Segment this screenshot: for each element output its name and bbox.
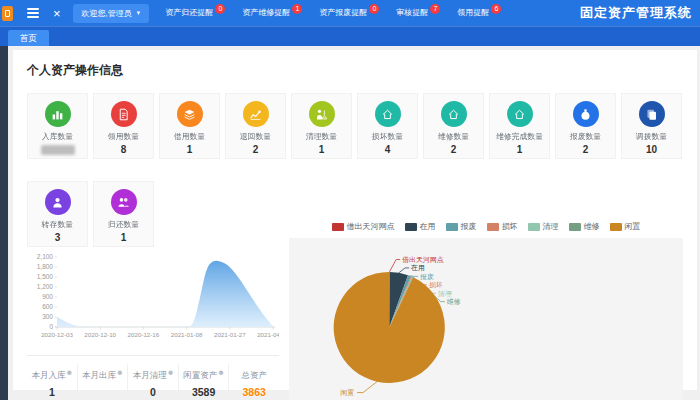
stat-card[interactable]: 报废数量 2 (555, 93, 616, 159)
pie-slice[interactable] (334, 272, 445, 383)
pie-label: 维修 (447, 298, 461, 306)
svg-text:1,500: 1,500 (37, 273, 54, 280)
legend-label: 借出天河网点 (347, 221, 395, 232)
legend-swatch (569, 223, 581, 231)
stat-card-value (28, 145, 87, 157)
pie-label: 损坏 (429, 281, 443, 289)
legend-swatch (610, 223, 622, 231)
legend-item[interactable]: 维修 (569, 221, 600, 232)
chevron-down-icon: ▾ (137, 9, 141, 17)
summary-stats-bar: 本月入库• 1 本月出库• 本月清理• 0 闲置资产• 3589 总资产• 38… (27, 355, 279, 400)
svg-text:600: 600 (42, 303, 53, 310)
money-bag-icon (573, 101, 599, 127)
stat-card-value: 1 (490, 144, 549, 156)
copy-icon (639, 101, 665, 127)
legend-swatch (446, 223, 458, 231)
topbar-menu: 资产归还提醒 0 资产维修提醒 1 资产报废提醒 0 审核提醒 7 领用提醒 6 (165, 7, 501, 19)
menu-item-label: 资产报废提醒 (319, 7, 367, 19)
legend-swatch (528, 223, 540, 231)
stat-card[interactable]: 调拨数量 10 (621, 93, 682, 159)
summary-stat-value: 3589 (179, 386, 229, 398)
right-column: 借出天河网点 在用 报废 损坏 清理 维修 闲置 借出天河网点在用报废损坏清理维… (289, 167, 683, 400)
stat-cards-row-1: 入库数量 领用数量 8 借用数量 1 退回数量 2 清理数量 1 损坏数量 4 … (27, 93, 683, 159)
stat-card-label: 转存数量 (30, 219, 84, 230)
topbar-menu-item[interactable]: 领用提醒 6 (457, 7, 501, 19)
legend-item[interactable]: 报废 (446, 221, 477, 232)
legend-label: 闲置 (625, 221, 641, 232)
pie-label: 闲置 (340, 389, 354, 397)
stat-cards-row-2: 转存数量 3 归还数量 1 (27, 181, 279, 247)
legend-item[interactable]: 清理 (528, 221, 559, 232)
svg-text:2020-12-03: 2020-12-03 (41, 331, 73, 338)
content-area: 个人资产操作信息 入库数量 领用数量 8 借用数量 1 退回数量 2 清理数量 … (8, 46, 700, 400)
pie-legend: 借出天河网点 在用 报废 损坏 清理 维修 闲置 (289, 221, 683, 232)
legend-label: 在用 (420, 221, 436, 232)
topbar-menu-item[interactable]: 审核提醒 7 (396, 7, 440, 19)
stat-card-label: 退回数量 (228, 131, 282, 142)
stat-card-value: 2 (226, 144, 285, 156)
collapsed-sidebar[interactable] (0, 46, 8, 400)
notification-badge: 0 (369, 4, 379, 14)
svg-text:0: 0 (49, 323, 53, 330)
stat-card-value: 1 (292, 144, 351, 156)
topbar-menu-item[interactable]: 资产维修提醒 1 (242, 7, 302, 19)
home-icon (375, 101, 401, 127)
hamburger-menu-icon[interactable] (27, 6, 39, 20)
stat-card[interactable]: 归还数量 1 (93, 181, 154, 247)
summary-stat: 本月出库• (78, 364, 129, 398)
user-dropdown[interactable]: 欢迎您,管理员 ▾ (73, 4, 150, 23)
pie-label: 借出天河网点 (402, 256, 444, 264)
legend-item[interactable]: 在用 (405, 221, 436, 232)
legend-swatch (487, 223, 499, 231)
stat-card[interactable]: 损坏数量 4 (357, 93, 418, 159)
topbar-menu-item[interactable]: 资产归还提醒 0 (165, 7, 225, 19)
left-column: 转存数量 3 归还数量 1 03006009001,2001,5001,8002… (27, 167, 279, 400)
stat-card[interactable]: 维修完成数量 1 (489, 93, 550, 159)
menu-item-label: 领用提醒 (457, 7, 489, 19)
user-icon (45, 189, 71, 215)
legend-item[interactable]: 损坏 (487, 221, 518, 232)
pie-label: 清理 (438, 290, 452, 298)
tab-home[interactable]: 首页 (8, 30, 49, 46)
stat-card[interactable]: 入库数量 (27, 93, 88, 159)
stat-card-label: 清理数量 (294, 131, 348, 142)
stat-card[interactable]: 清理数量 1 (291, 93, 352, 159)
svg-text:2021-01-08: 2021-01-08 (171, 331, 203, 338)
summary-stat-value: 0 (128, 386, 178, 398)
stat-card-value: 1 (94, 232, 153, 244)
summary-stat-label: 本月出库 (82, 370, 116, 380)
stat-card[interactable]: 维修数量 2 (423, 93, 484, 159)
home-icon (507, 101, 533, 127)
stat-card[interactable]: 退回数量 2 (225, 93, 286, 159)
trend-area-chart: 03006009001,2001,5001,8002,1002020-12-03… (27, 249, 279, 345)
summary-stat-label: 闲置资产 (183, 370, 217, 380)
summary-stat-label: 本月清理 (133, 370, 167, 380)
stat-card[interactable]: 借用数量 1 (159, 93, 220, 159)
svg-text:900: 900 (42, 293, 53, 300)
legend-label: 报废 (461, 221, 477, 232)
notification-badge: 7 (430, 4, 440, 14)
stat-card-label: 归还数量 (96, 219, 150, 230)
summary-stat-label: 本月入库 (31, 370, 65, 380)
legend-label: 维修 (584, 221, 600, 232)
stat-card-label: 入库数量 (30, 131, 84, 142)
notification-badge: 6 (491, 4, 501, 14)
app-logo-icon (2, 6, 13, 21)
close-icon[interactable]: × (53, 7, 61, 20)
notification-badge: 1 (292, 4, 302, 14)
stat-card[interactable]: 转存数量 3 (27, 181, 88, 247)
notification-badge: 0 (215, 4, 225, 14)
summary-stat-value: 3863 (229, 386, 279, 398)
stat-card-value: 1 (160, 144, 219, 156)
legend-item[interactable]: 借出天河网点 (332, 221, 395, 232)
svg-text:2,100: 2,100 (37, 253, 54, 260)
clean-icon (309, 101, 335, 127)
topbar-menu-item[interactable]: 资产报废提醒 0 (319, 7, 379, 19)
trend-chart-panel: 03006009001,2001,5001,8002,1002020-12-03… (27, 249, 279, 349)
svg-text:2021-01-27: 2021-01-27 (214, 331, 246, 338)
document-icon (111, 101, 137, 127)
stat-card[interactable]: 领用数量 8 (93, 93, 154, 159)
legend-item[interactable]: 闲置 (610, 221, 641, 232)
legend-swatch (405, 223, 417, 231)
users-icon (111, 189, 137, 215)
